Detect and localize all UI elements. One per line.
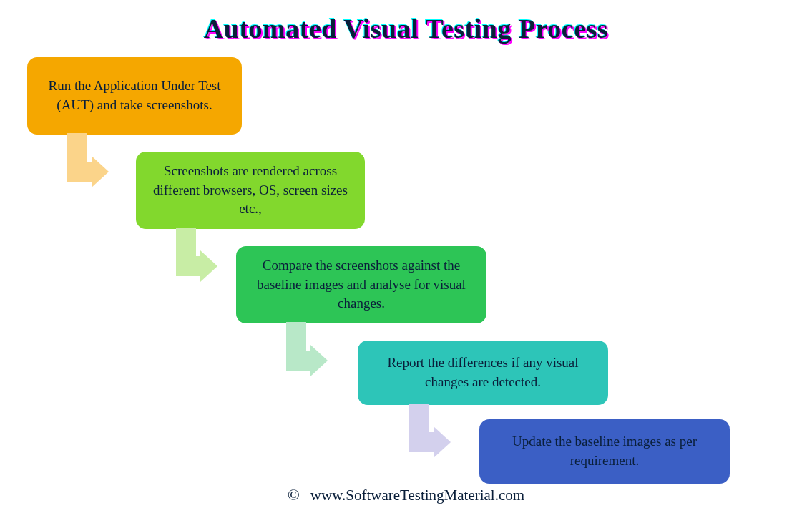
arrow-1-icon [67, 133, 110, 183]
arrow-3-icon [286, 322, 329, 372]
step-2-box: Screenshots are rendered across differen… [136, 152, 365, 229]
step-5-text: Update the baseline images as per requir… [497, 432, 713, 470]
arrow-2-icon [176, 228, 219, 278]
step-3-box: Compare the screenshots against the base… [236, 246, 486, 323]
diagram-title: Automated Visual Testing Process [0, 0, 812, 44]
step-1-text: Run the Application Under Test (AUT) and… [44, 77, 225, 114]
arrow-4-icon [409, 404, 452, 454]
process-diagram: Run the Application Under Test (AUT) and… [0, 44, 812, 474]
footer-site: www.SoftwareTestingMaterial.com [310, 487, 524, 504]
footer: © www.SoftwareTestingMaterial.com [0, 486, 812, 504]
step-1-box: Run the Application Under Test (AUT) and… [27, 57, 242, 135]
copyright-icon: © [288, 486, 300, 504]
step-2-text: Screenshots are rendered across differen… [153, 162, 348, 219]
step-4-text: Report the differences if any visual cha… [375, 353, 591, 391]
step-4-box: Report the differences if any visual cha… [358, 341, 608, 405]
step-3-text: Compare the screenshots against the base… [253, 256, 469, 313]
step-5-box: Update the baseline images as per requir… [479, 419, 730, 484]
